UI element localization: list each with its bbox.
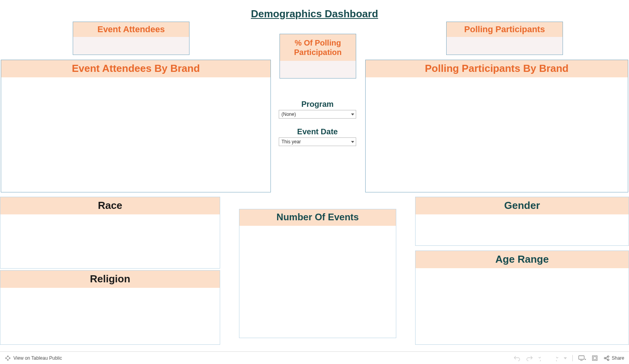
replay-back-button[interactable]: [539, 355, 546, 361]
footer-toolbar: View on Tableau Public: [0, 351, 629, 364]
panel-age-range-body: [416, 268, 629, 344]
panel-polling-participants: Polling Participants: [446, 22, 563, 55]
toolbar-separator: [572, 355, 573, 361]
panel-age-range: Age Range: [415, 251, 629, 345]
panel-number-of-events: Number Of Events: [239, 209, 396, 338]
replay-forward-button[interactable]: [551, 355, 558, 361]
panel-religion-body: [0, 288, 220, 344]
svg-marker-11: [585, 359, 586, 360]
panel-attendees-by-brand-header: Event Attendees By Brand: [1, 60, 270, 77]
chevron-down-icon: [351, 113, 354, 115]
panel-number-of-events-header: Number Of Events: [239, 209, 396, 226]
panel-event-attendees-body: [73, 37, 189, 55]
panel-race: Race: [0, 197, 220, 269]
panel-event-attendees: Event Attendees: [73, 22, 189, 55]
fullscreen-button[interactable]: [592, 355, 598, 361]
panel-gender-body: [416, 214, 629, 245]
view-on-tableau-label: View on Tableau Public: [13, 355, 62, 361]
filter-program-dropdown[interactable]: (None): [279, 110, 356, 119]
share-label: Share: [612, 355, 624, 361]
svg-marker-8: [564, 357, 567, 359]
undo-button[interactable]: [513, 355, 520, 361]
panel-polling-by-brand-header: Polling Participants By Brand: [366, 60, 628, 77]
svg-point-14: [604, 357, 606, 359]
panel-polling-pct: % Of Polling Participation: [280, 34, 356, 79]
panel-polling-by-brand: Polling Participants By Brand: [365, 60, 628, 192]
panel-polling-pct-body: [280, 61, 356, 78]
panel-attendees-by-brand: Event Attendees By Brand: [1, 60, 271, 192]
panel-event-attendees-header: Event Attendees: [73, 22, 189, 37]
svg-point-16: [607, 359, 609, 360]
panel-polling-participants-body: [447, 37, 563, 55]
svg-rect-9: [579, 356, 584, 359]
panel-gender-header: Gender: [416, 197, 629, 214]
filter-event-date-value: This year: [281, 139, 301, 145]
share-icon: [603, 355, 610, 361]
filter-event-date-label: Event Date: [279, 127, 356, 136]
filter-event-date-dropdown[interactable]: This year: [279, 137, 356, 146]
panel-religion-header: Religion: [0, 271, 220, 288]
panel-race-body: [0, 214, 220, 268]
svg-rect-12: [592, 356, 597, 360]
panel-religion: Religion: [0, 270, 220, 345]
panel-polling-by-brand-body: [366, 77, 628, 192]
svg-line-18: [606, 359, 608, 359]
panel-age-range-header: Age Range: [416, 251, 629, 268]
svg-rect-13: [593, 357, 596, 359]
panel-polling-participants-header: Polling Participants: [447, 22, 563, 37]
filter-program-value: (None): [281, 112, 296, 117]
tableau-logo-icon: [5, 355, 11, 361]
device-preview-button[interactable]: [578, 355, 586, 361]
panel-attendees-by-brand-body: [1, 77, 270, 192]
view-on-tableau-link[interactable]: View on Tableau Public: [5, 355, 62, 361]
panel-polling-pct-header: % Of Polling Participation: [280, 34, 356, 61]
panel-number-of-events-body: [239, 226, 396, 338]
share-button[interactable]: Share: [603, 355, 624, 361]
replay-menu-caret[interactable]: [564, 357, 567, 360]
svg-point-15: [607, 356, 609, 357]
redo-button[interactable]: [526, 355, 533, 361]
panel-gender: Gender: [415, 197, 629, 246]
dashboard-title: Demographics Dashboard: [0, 8, 629, 20]
panel-race-header: Race: [0, 197, 220, 214]
chevron-down-icon: [351, 141, 354, 143]
svg-line-17: [606, 357, 608, 357]
filter-program-label: Program: [279, 100, 356, 109]
